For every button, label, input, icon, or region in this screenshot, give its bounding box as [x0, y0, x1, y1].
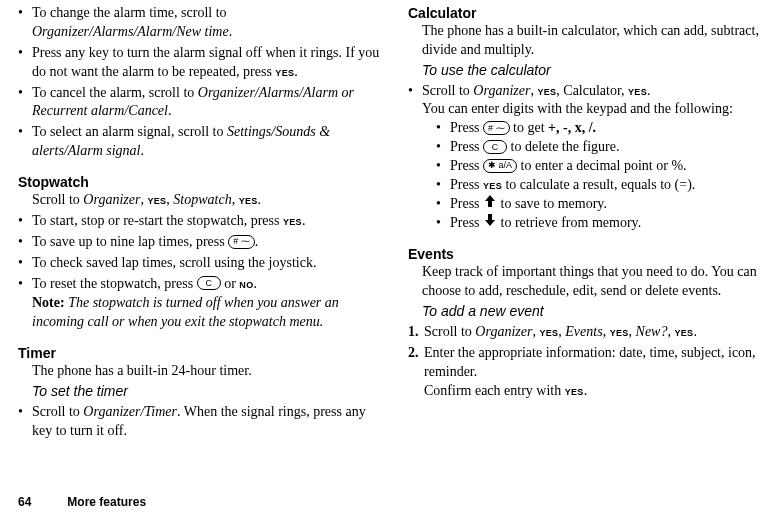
stopwatch-note: Note: The stopwatch is turned off when y…	[18, 294, 380, 332]
timer-bullets: Scroll to Organizer/Timer. When the sign…	[18, 403, 380, 441]
calc-sub-c: Press C to delete the figure.	[436, 138, 770, 157]
hash-key-icon: # ⁓	[228, 235, 255, 249]
stopwatch-heading: Stopwatch	[18, 173, 380, 192]
left-column: To change the alarm time, scroll to Orga…	[18, 4, 380, 443]
calc-sub-star: Press ✱ a/A to enter a decimal point or …	[436, 157, 770, 176]
calc-sub-yes: Press YES to calculate a result, equals …	[436, 176, 770, 195]
calculator-sub-bullets: Press # ⁓ to get +, -, x, /. Press C to …	[436, 119, 770, 233]
timer-text: The phone has a built-in 24-hour timer.	[18, 362, 380, 381]
calc-sub-down: Press to retrieve from memory.	[436, 214, 770, 233]
calculator-text: The phone has a built-in calculator, whi…	[408, 22, 770, 60]
timer-subheading: To set the timer	[18, 382, 380, 401]
events-text: Keep track of important things that you …	[408, 263, 770, 301]
calculator-subheading: To use the calculator	[408, 61, 770, 80]
events-step-2: 2. Enter the appropriate information: da…	[408, 344, 770, 401]
calc-sub-hash: Press # ⁓ to get +, -, x, /.	[436, 119, 770, 138]
star-key-icon: ✱ a/A	[483, 159, 517, 173]
yes-label: YES	[275, 68, 294, 78]
page-number: 64	[18, 495, 31, 509]
alarm-bullet-press-key: Press any key to turn the alarm signal o…	[18, 44, 380, 82]
stopwatch-bullet-reset: To reset the stopwatch, press C or NO.	[18, 275, 380, 294]
calculator-bullet-scroll: Scroll to Organizer, YES, Calculator, YE…	[408, 82, 770, 234]
stopwatch-bullet-check: To check saved lap times, scroll using t…	[18, 254, 380, 273]
timer-heading: Timer	[18, 344, 380, 363]
stopwatch-bullets: To start, stop or re-start the stopwatch…	[18, 212, 380, 294]
alarm-bullet-cancel: To cancel the alarm, scroll to Organizer…	[18, 84, 380, 122]
calc-sub-up: Press to save to memory.	[436, 195, 770, 214]
footer-section: More features	[67, 495, 146, 509]
page-footer: 64More features	[18, 494, 146, 510]
right-column: Calculator The phone has a built-in calc…	[408, 4, 770, 443]
calculator-intro2: You can enter digits with the keypad and…	[422, 100, 770, 119]
arrow-down-icon	[483, 213, 497, 232]
c-key-icon: C	[197, 276, 221, 290]
calculator-bullets: Scroll to Organizer, YES, Calculator, YE…	[408, 82, 770, 234]
timer-bullet-scroll: Scroll to Organizer/Timer. When the sign…	[18, 403, 380, 441]
events-subheading: To add a new event	[408, 302, 770, 321]
stopwatch-bullet-lap: To save up to nine lap times, press # ⁓.	[18, 233, 380, 252]
arrow-up-icon	[483, 194, 497, 213]
alarm-bullets: To change the alarm time, scroll to Orga…	[18, 4, 380, 161]
calculator-heading: Calculator	[408, 4, 770, 23]
stopwatch-bullet-start: To start, stop or re-start the stopwatch…	[18, 212, 380, 231]
events-steps: 1. Scroll to Organizer, YES, Events, YES…	[408, 323, 770, 401]
stopwatch-intro: Scroll to Organizer, YES, Stopwatch, YES…	[18, 191, 380, 210]
c-key-icon: C	[483, 140, 507, 154]
events-step-1: 1. Scroll to Organizer, YES, Events, YES…	[408, 323, 770, 342]
alarm-bullet-select-signal: To select an alarm signal, scroll to Set…	[18, 123, 380, 161]
events-heading: Events	[408, 245, 770, 264]
alarm-bullet-change-time: To change the alarm time, scroll to Orga…	[18, 4, 380, 42]
hash-key-icon: # ⁓	[483, 121, 510, 135]
